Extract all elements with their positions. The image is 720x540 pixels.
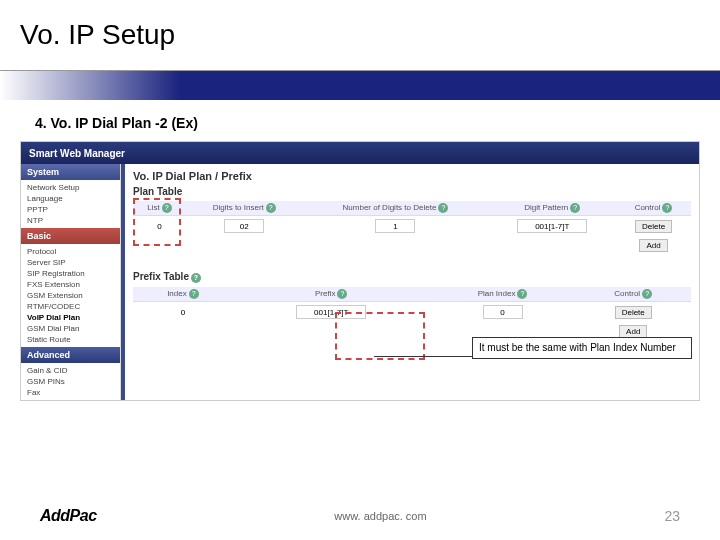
sidebar-section-basic[interactable]: Basic <box>21 228 120 244</box>
col-index: Index? <box>133 287 233 302</box>
insert-input[interactable] <box>224 219 264 233</box>
sidebar-item[interactable]: Fax <box>21 387 120 398</box>
help-icon[interactable]: ? <box>517 289 527 299</box>
sidebar-item[interactable]: Protocol <box>21 246 120 257</box>
sidebar-item[interactable]: FXS Extension <box>21 279 120 290</box>
help-icon[interactable]: ? <box>570 203 580 213</box>
sidebar-item[interactable]: GSM Dial Plan <box>21 323 120 334</box>
pattern-input[interactable] <box>517 219 587 233</box>
col-control2: Control? <box>575 287 691 302</box>
plan-table: List? Digits to Insert? Number of Digits… <box>133 201 691 255</box>
prefix-input[interactable] <box>296 305 366 319</box>
planindex-input[interactable] <box>483 305 523 319</box>
app-header: Smart Web Manager <box>21 142 699 164</box>
help-icon[interactable]: ? <box>337 289 347 299</box>
sidebar-item[interactable]: Gain & CID <box>21 365 120 376</box>
sidebar-section-advanced[interactable]: Advanced <box>21 347 120 363</box>
callout-note: It must be the same with Plan Index Numb… <box>472 337 692 359</box>
sidebar-item[interactable]: SIP Registration <box>21 268 120 279</box>
subtitle: 4. Vo. IP Dial Plan -2 (Ex) <box>0 100 720 141</box>
sidebar-item[interactable]: GSM PINs <box>21 376 120 387</box>
sidebar-item[interactable]: RTMF/CODEC <box>21 301 120 312</box>
title-bar: Vo. IP Setup <box>0 0 720 70</box>
plan-section-label: Plan Table <box>133 186 691 197</box>
help-icon[interactable]: ? <box>189 289 199 299</box>
sidebar-item[interactable]: Server SIP <box>21 257 120 268</box>
panel-title: Vo. IP Dial Plan / Prefix <box>133 170 691 182</box>
prefix-section-label: Prefix Table? <box>133 271 691 283</box>
col-delete: Number of Digits to Delete? <box>302 201 488 216</box>
sidebar-item[interactable]: NTP <box>21 215 120 226</box>
sidebar: System Network Setup Language PPTP NTP B… <box>21 164 121 400</box>
col-prefix: Prefix? <box>233 287 430 302</box>
prefix-table: Index? Prefix? Plan Index? Control? 0 De… <box>133 287 691 341</box>
help-icon[interactable]: ? <box>662 203 672 213</box>
col-list: List? <box>133 201 186 216</box>
deletecount-input[interactable] <box>375 219 415 233</box>
footer: AddPac www. addpac. com 23 <box>0 507 720 525</box>
sidebar-item[interactable]: PPTP <box>21 204 120 215</box>
page-number: 23 <box>664 508 680 524</box>
sidebar-item[interactable]: Static Route <box>21 334 120 345</box>
sidebar-item[interactable]: GSM Extension <box>21 290 120 301</box>
brand-logo: AddPac <box>40 507 97 525</box>
help-icon[interactable]: ? <box>438 203 448 213</box>
sidebar-item[interactable]: Network Setup <box>21 182 120 193</box>
col-insert: Digits to Insert? <box>186 201 302 216</box>
callout-connector <box>374 356 474 357</box>
page-title: Vo. IP Setup <box>20 19 175 51</box>
add-button[interactable]: Add <box>639 239 667 252</box>
sidebar-section-system[interactable]: System <box>21 164 120 180</box>
footer-url: www. addpac. com <box>334 510 426 522</box>
help-icon[interactable]: ? <box>162 203 172 213</box>
table-row: Add <box>133 236 691 255</box>
delete-button[interactable]: Delete <box>635 220 672 233</box>
help-icon[interactable]: ? <box>266 203 276 213</box>
table-row: 0 Delete <box>133 302 691 323</box>
cell-index: 0 <box>133 302 233 323</box>
cell-list: 0 <box>133 216 186 237</box>
col-pattern: Digit Pattern? <box>489 201 617 216</box>
sidebar-item-active[interactable]: VoIP Dial Plan <box>21 312 120 323</box>
sidebar-item[interactable]: Language <box>21 193 120 204</box>
help-icon[interactable]: ? <box>191 273 201 283</box>
header-strip <box>0 70 720 100</box>
main-panel: Vo. IP Dial Plan / Prefix Plan Table Lis… <box>125 164 699 400</box>
col-planindex: Plan Index? <box>430 287 576 302</box>
help-icon[interactable]: ? <box>642 289 652 299</box>
app-frame: Smart Web Manager System Network Setup L… <box>20 141 700 401</box>
table-row: 0 Delete <box>133 216 691 237</box>
delete-button[interactable]: Delete <box>615 306 652 319</box>
col-control: Control? <box>616 201 691 216</box>
